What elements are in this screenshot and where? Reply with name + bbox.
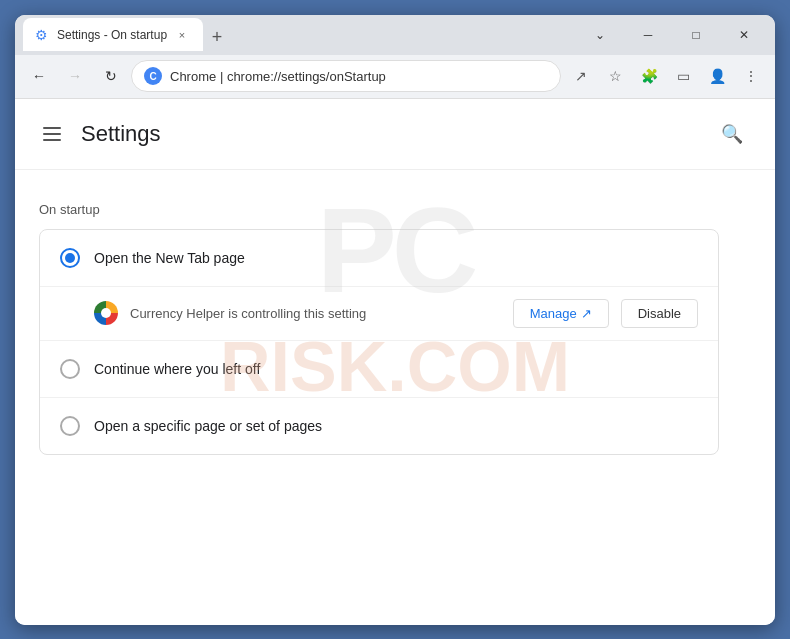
settings-header: Settings 🔍 [15, 99, 775, 170]
settings-search-button[interactable]: 🔍 [713, 115, 751, 153]
minimize-button[interactable]: ─ [625, 19, 671, 51]
tab-bar: ⚙ Settings - On startup × + [23, 18, 571, 51]
page-content: Settings 🔍 PC RISK.COM On startup Open t… [15, 99, 775, 625]
sidebar-button[interactable]: ▭ [667, 60, 699, 92]
settings-page-title: Settings [81, 121, 697, 147]
option-row-continue[interactable]: Continue where you left off [40, 341, 718, 398]
address-bar[interactable]: C Chrome | chrome://settings/onStartup [131, 60, 561, 92]
toolbar-icon-group: ↗ ☆ 🧩 ▭ 👤 ⋮ [565, 60, 767, 92]
hamburger-line-2 [43, 133, 61, 135]
extension-puzzle-button[interactable]: 🧩 [633, 60, 665, 92]
settings-content: PC RISK.COM On startup Open the New Tab … [15, 170, 775, 487]
extension-notice-text: Currency Helper is controlling this sett… [130, 306, 501, 321]
address-url: chrome://settings/onStartup [227, 69, 386, 84]
currency-helper-icon [94, 301, 118, 325]
chrome-icon: C [144, 67, 162, 85]
forward-button: → [59, 60, 91, 92]
menu-button[interactable]: ⋮ [735, 60, 767, 92]
browser-window: ⚙ Settings - On startup × + ⌄ ─ □ ✕ ← → … [15, 15, 775, 625]
tab-title: Settings - On startup [57, 28, 167, 42]
hamburger-line-1 [43, 127, 61, 129]
hamburger-line-3 [43, 139, 61, 141]
profile-button[interactable]: 👤 [701, 60, 733, 92]
external-link-icon: ↗ [581, 306, 592, 321]
manage-extension-button[interactable]: Manage ↗ [513, 299, 609, 328]
active-tab[interactable]: ⚙ Settings - On startup × [23, 18, 203, 51]
option-row-specific-page[interactable]: Open a specific page or set of pages [40, 398, 718, 454]
option-specific-page-label: Open a specific page or set of pages [94, 418, 698, 434]
radio-continue[interactable] [60, 359, 80, 379]
hamburger-menu-button[interactable] [39, 123, 65, 145]
disable-extension-button[interactable]: Disable [621, 299, 698, 328]
option-row-new-tab[interactable]: Open the New Tab page [40, 230, 718, 287]
bookmark-button[interactable]: ☆ [599, 60, 631, 92]
tab-favicon: ⚙ [35, 27, 51, 43]
extension-notice-row: Currency Helper is controlling this sett… [40, 287, 718, 341]
radio-specific-page[interactable] [60, 416, 80, 436]
radio-new-tab[interactable] [60, 248, 80, 268]
address-text: Chrome | chrome://settings/onStartup [170, 69, 386, 84]
maximize-button[interactable]: □ [673, 19, 719, 51]
title-bar: ⚙ Settings - On startup × + ⌄ ─ □ ✕ [15, 15, 775, 55]
manage-label: Manage [530, 306, 577, 321]
toolbar: ← → ↻ C Chrome | chrome://settings/onSta… [15, 55, 775, 99]
tab-close-button[interactable]: × [173, 26, 191, 44]
address-separator: | [220, 69, 227, 84]
section-title: On startup [39, 202, 751, 217]
window-controls: ⌄ ─ □ ✕ [577, 19, 767, 51]
radio-new-tab-fill [65, 253, 75, 263]
back-button[interactable]: ← [23, 60, 55, 92]
option-new-tab-label: Open the New Tab page [94, 250, 698, 266]
close-button[interactable]: ✕ [721, 19, 767, 51]
new-tab-button[interactable]: + [203, 23, 231, 51]
chrome-label: Chrome [170, 69, 216, 84]
refresh-button[interactable]: ↻ [95, 60, 127, 92]
option-continue-label: Continue where you left off [94, 361, 698, 377]
share-button[interactable]: ↗ [565, 60, 597, 92]
startup-options-card: Open the New Tab page Currency Helper is… [39, 229, 719, 455]
window-profile-btn[interactable]: ⌄ [577, 19, 623, 51]
